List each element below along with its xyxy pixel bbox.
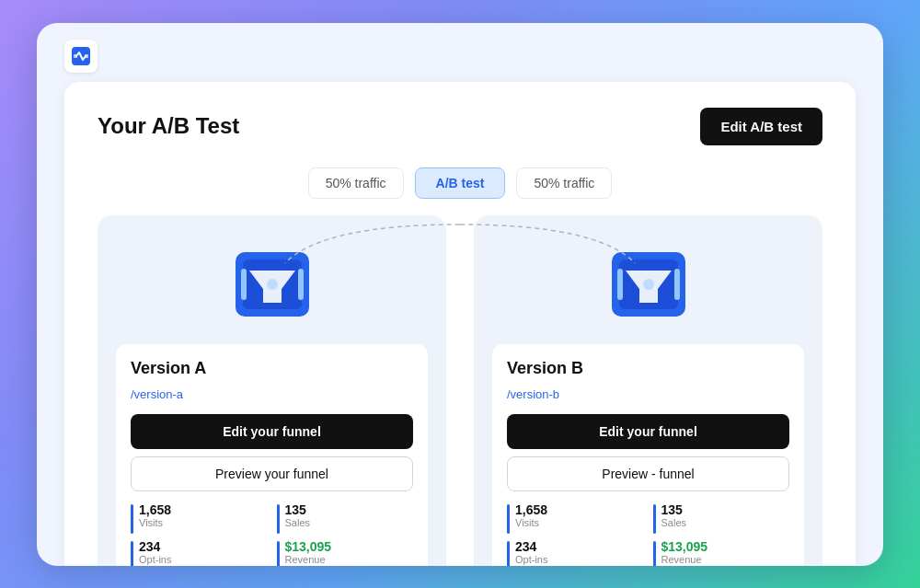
- top-bar: [64, 40, 856, 73]
- stat-info: 234 Opt-ins: [139, 539, 171, 565]
- stat-bar: [131, 541, 133, 566]
- stat-label: Sales: [661, 517, 687, 528]
- logo-icon: [64, 40, 98, 73]
- version-a-icon-area: [116, 234, 428, 335]
- stat-label: Opt-ins: [515, 554, 547, 565]
- stat-label: Sales: [285, 517, 311, 528]
- stat-revenue-b: $13,095 Revenue: [653, 539, 790, 566]
- stat-label: Revenue: [661, 554, 708, 565]
- stat-value: 234: [515, 539, 547, 554]
- stat-optins-a: 234 Opt-ins: [131, 539, 268, 566]
- svg-rect-12: [617, 269, 623, 300]
- ab-badge: A/B test: [415, 167, 506, 199]
- svg-rect-2: [85, 54, 88, 58]
- stat-info: $13,095 Revenue: [661, 539, 708, 565]
- svg-rect-7: [298, 269, 304, 300]
- stat-bar: [277, 504, 280, 534]
- stat-bar: [653, 541, 656, 566]
- svg-point-14: [643, 279, 654, 290]
- main-content: Your A/B Test Edit A/B test 50% traffic …: [64, 82, 856, 566]
- stat-bar: [653, 504, 656, 534]
- stat-info: $13,095 Revenue: [285, 539, 332, 565]
- version-a-name: Version A: [131, 359, 413, 378]
- stat-info: 1,658 Visits: [515, 502, 547, 528]
- version-b-edit-button[interactable]: Edit your funnel: [507, 414, 789, 449]
- stat-label: Visits: [515, 517, 547, 528]
- stat-visits-b: 1,658 Visits: [507, 502, 644, 534]
- version-b-name: Version B: [507, 359, 789, 378]
- stat-value: 135: [661, 502, 687, 517]
- stat-bar: [507, 541, 510, 566]
- version-a-card: Version A /version-a Edit your funnel Pr…: [98, 215, 446, 566]
- version-a-slug: /version-a: [131, 387, 413, 401]
- version-b-slug: /version-b: [507, 387, 789, 401]
- page-title: Your A/B Test: [98, 113, 239, 139]
- version-b-stats: 1,658 Visits 135 Sales: [507, 502, 789, 566]
- svg-point-8: [267, 279, 278, 290]
- stat-optins-b: 234 Opt-ins: [507, 539, 644, 566]
- traffic-left-label: 50% traffic: [308, 167, 404, 199]
- svg-rect-1: [74, 54, 77, 58]
- ab-selector: 50% traffic A/B test 50% traffic: [98, 167, 822, 199]
- stat-bar: [277, 541, 280, 566]
- stat-label: Opt-ins: [139, 554, 171, 565]
- stat-info: 135 Sales: [661, 502, 687, 528]
- traffic-right-label: 50% traffic: [516, 167, 612, 199]
- stat-value: 1,658: [139, 502, 171, 517]
- version-a-body: Version A /version-a Edit your funnel Pr…: [116, 344, 428, 566]
- stat-value: 234: [139, 539, 171, 554]
- stat-value: $13,095: [285, 539, 332, 554]
- stat-info: 1,658 Visits: [139, 502, 171, 528]
- version-b-preview-button[interactable]: Preview - funnel: [507, 456, 789, 491]
- version-b-card: Version B /version-b Edit your funnel Pr…: [474, 215, 822, 566]
- version-a-stats: 1,658 Visits 135 Sales: [131, 502, 413, 566]
- svg-rect-13: [674, 269, 680, 300]
- stat-label: Revenue: [285, 554, 332, 565]
- stat-info: 135 Sales: [285, 502, 311, 528]
- stat-value: $13,095: [661, 539, 708, 554]
- stat-revenue-a: $13,095 Revenue: [277, 539, 414, 566]
- version-b-icon-area: [492, 234, 804, 335]
- svg-rect-6: [241, 269, 247, 300]
- stat-info: 234 Opt-ins: [515, 539, 547, 565]
- version-b-funnel-icon: [612, 252, 685, 317]
- stat-visits-a: 1,658 Visits: [131, 502, 268, 534]
- edit-ab-test-button[interactable]: Edit A/B test: [700, 108, 822, 145]
- stat-sales-a: 135 Sales: [277, 502, 414, 534]
- version-a-preview-button[interactable]: Preview your funnel: [131, 456, 413, 491]
- stat-value: 1,658: [515, 502, 547, 517]
- version-a-funnel-icon: [236, 252, 309, 317]
- cards-area: Version A /version-a Edit your funnel Pr…: [98, 215, 822, 566]
- version-b-body: Version B /version-b Edit your funnel Pr…: [492, 344, 804, 566]
- stat-sales-b: 135 Sales: [653, 502, 790, 534]
- stat-bar: [131, 504, 133, 534]
- stat-label: Visits: [139, 517, 171, 528]
- version-a-edit-button[interactable]: Edit your funnel: [131, 414, 413, 449]
- device-frame: Your A/B Test Edit A/B test 50% traffic …: [37, 23, 883, 566]
- header-row: Your A/B Test Edit A/B test: [98, 108, 822, 145]
- stat-value: 135: [285, 502, 311, 517]
- stat-bar: [507, 504, 510, 534]
